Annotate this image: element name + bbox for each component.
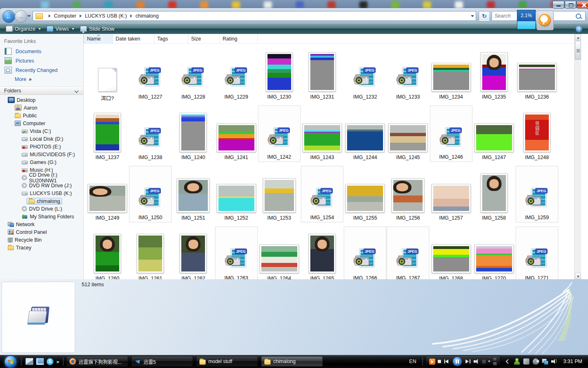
file-item[interactable]: IMG_1243: [301, 105, 343, 162]
more-link[interactable]: More»: [0, 75, 83, 84]
language-indicator[interactable]: EN: [409, 359, 416, 364]
stop-icon[interactable]: [438, 360, 441, 363]
tree-item-musicvideos-f-[interactable]: MUSICVIDEOS (F:): [0, 150, 83, 158]
tree-item-desktop[interactable]: Desktop: [0, 96, 83, 104]
tree-item-dvd-drive-l-[interactable]: DVD Drive (L:): [0, 205, 83, 213]
volume-caret-icon[interactable]: [488, 361, 490, 362]
taskbar-button-chimalong[interactable]: chimalong: [261, 356, 323, 367]
tree-item-aaron[interactable]: Aaron: [0, 104, 83, 112]
file-item[interactable]: JPEGIMG_1267: [387, 227, 429, 279]
quicklaunch-grip[interactable]: [20, 357, 22, 366]
scroll-down-button[interactable]: [575, 273, 581, 279]
messenger-tray-icon[interactable]: [514, 358, 520, 365]
switch-windows-icon[interactable]: [36, 358, 44, 365]
file-item[interactable]: IMG_1235: [473, 45, 515, 101]
file-item[interactable]: IMG_1261: [129, 227, 172, 279]
clock[interactable]: 3:31 PM: [563, 359, 582, 364]
file-item[interactable]: IMG_1255: [344, 166, 386, 222]
maximize-button[interactable]: [565, 1, 576, 9]
tree-item-games-g-[interactable]: Games (G:): [0, 158, 83, 166]
file-item[interactable]: JPEGIMG_1238: [129, 105, 172, 162]
file-item[interactable]: 往园区IMG_1248: [516, 105, 558, 162]
tree-item-dvd-rw-drive-j-[interactable]: DVD RW Drive (J:): [0, 182, 83, 189]
file-item[interactable]: IMG_1256: [387, 166, 429, 222]
breadcrumb-item[interactable]: chimalong: [136, 13, 159, 19]
file-item[interactable]: JPEGIMG_1263: [215, 227, 258, 279]
file-item[interactable]: IMG_1240: [172, 105, 214, 162]
tree-item-tracey[interactable]: Tracey: [0, 244, 83, 251]
file-item[interactable]: IMG_1241: [215, 105, 258, 162]
file-item[interactable]: JPEGIMG_1233: [387, 45, 429, 101]
show-desktop-icon[interactable]: [25, 358, 33, 365]
file-item[interactable]: IMG_1252: [215, 166, 258, 222]
file-item[interactable]: IMG_1260: [86, 227, 129, 279]
tray-expand-chevron-icon[interactable]: [506, 359, 510, 364]
file-item[interactable]: IMG_1257: [430, 166, 472, 222]
tree-item-computer[interactable]: Computer: [0, 119, 83, 127]
file-item[interactable]: IMG_1231: [301, 45, 343, 101]
file-item[interactable]: IMG_1258: [473, 166, 515, 222]
address-bar[interactable]: ComputerLUCKYS USB (K:)chimalong: [33, 11, 476, 21]
breadcrumb-item[interactable]: Computer: [54, 13, 76, 19]
file-item[interactable]: IMG_1244: [344, 105, 386, 162]
tree-item-control-panel[interactable]: Control Panel: [0, 228, 83, 236]
close-button[interactable]: [577, 1, 588, 9]
file-item[interactable]: JPEGIMG_1246: [430, 105, 472, 162]
column-header-name[interactable]: Name: [84, 34, 113, 43]
file-item[interactable]: JPEGIMG_1228: [172, 45, 214, 101]
file-item[interactable]: IMG_1249: [86, 166, 129, 222]
network-tray-icon[interactable]: [542, 358, 548, 365]
tree-item-photos-e-[interactable]: PHOTOS (E:): [0, 143, 83, 150]
previous-track-icon[interactable]: [443, 359, 450, 364]
breadcrumb-item[interactable]: LUCKYS USB (K:): [85, 13, 127, 19]
file-item[interactable]: JPEGIMG_1250: [129, 166, 172, 222]
scroll-thumb[interactable]: [575, 41, 581, 60]
file-item[interactable]: JPEGIMG_1254: [301, 166, 343, 222]
tree-item-network[interactable]: Network: [0, 220, 83, 228]
column-header-tags[interactable]: Tags: [154, 34, 188, 43]
file-item[interactable]: IMG_1230: [258, 45, 301, 101]
start-button[interactable]: [4, 355, 17, 368]
file-item[interactable]: IMG_1270: [473, 227, 515, 279]
download-app-icon[interactable]: [537, 11, 554, 30]
file-item[interactable]: JPEGIMG_1232: [344, 45, 386, 101]
file-item[interactable]: 洱口?: [86, 45, 129, 101]
speaker-tray-icon[interactable]: ): [551, 358, 558, 365]
refresh-button[interactable]: ↻: [479, 11, 490, 22]
pause-icon[interactable]: [452, 357, 462, 366]
file-item[interactable]: JPEGIMG_1229: [215, 45, 258, 101]
hardware-tray-icon[interactable]: [532, 358, 539, 365]
taskbar-button-迅雷5[interactable]: 迅雷5: [131, 356, 193, 367]
file-item[interactable]: IMG_1247: [473, 105, 515, 162]
toolbar-slide-show[interactable]: Slide Show: [80, 26, 115, 32]
file-item[interactable]: JPEGIMG_1242: [258, 105, 301, 162]
file-item[interactable]: IMG_1237: [86, 105, 129, 162]
address-dropdown-icon[interactable]: [471, 15, 474, 17]
file-item[interactable]: JPEGIMG_1266: [344, 227, 386, 279]
file-item[interactable]: IMG_1253: [258, 166, 301, 222]
tray-app-icon[interactable]: [523, 358, 530, 365]
tree-item-cd-drive-i-su20nnw1[interactable]: CD Drive (I:) SU20NNW1: [0, 174, 83, 182]
taskband-grip[interactable]: [62, 357, 65, 366]
next-track-icon[interactable]: [465, 359, 471, 364]
column-header-date-taken[interactable]: Date taken: [113, 34, 154, 43]
file-item[interactable]: JPEGIMG_1271: [516, 227, 558, 279]
toolbar-views[interactable]: Views: [47, 26, 74, 32]
vertical-scrollbar[interactable]: [574, 34, 581, 279]
tree-item-luckys-usb-k-[interactable]: LUCKYS USB (K:): [0, 189, 83, 197]
tree-item-chimalong[interactable]: chimalong: [0, 197, 83, 205]
folders-band[interactable]: Folders: [0, 86, 83, 95]
help-button[interactable]: ?: [576, 26, 582, 32]
column-header-rating[interactable]: Rating: [220, 34, 258, 43]
file-item[interactable]: IMG_1262: [172, 227, 214, 279]
file-item[interactable]: IMG_1264: [258, 227, 301, 279]
tree-item-vista-c-[interactable]: Vista (C:): [0, 127, 83, 135]
file-item[interactable]: IMG_1245: [387, 105, 429, 162]
file-item[interactable]: IMG_1268: [430, 227, 472, 279]
tree-item-public[interactable]: Public: [0, 112, 83, 119]
taskbar-button-model-stuff[interactable]: model stuff: [196, 356, 258, 367]
scroll-up-button[interactable]: [575, 34, 581, 40]
file-item[interactable]: JPEGIMG_1259: [516, 166, 558, 222]
skype-icon[interactable]: S: [47, 358, 53, 365]
wmp-restore-buttons[interactable]: [493, 357, 497, 366]
